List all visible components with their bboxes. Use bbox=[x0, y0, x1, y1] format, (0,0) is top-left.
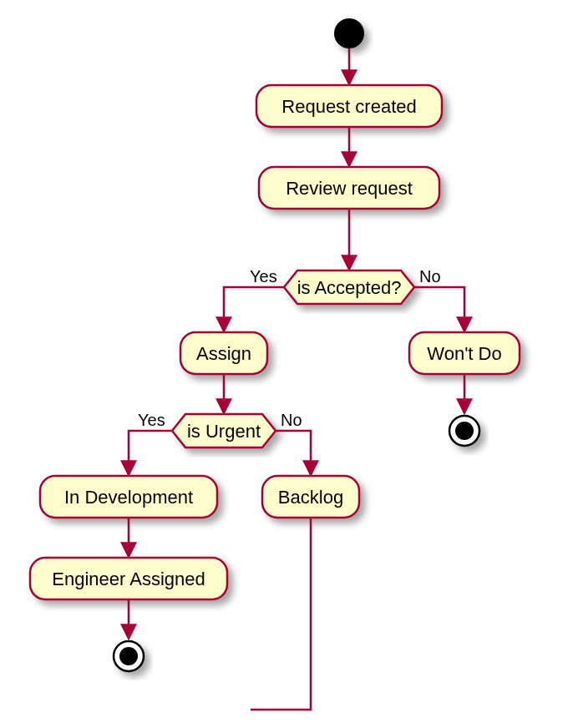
edge bbox=[276, 431, 311, 474]
activity-diagram: Request created Review request is Accept… bbox=[0, 0, 568, 728]
stop-node bbox=[114, 641, 144, 671]
stop-node bbox=[449, 416, 479, 446]
start-node bbox=[334, 18, 364, 48]
node-engineer-assigned: Engineer Assigned bbox=[30, 558, 227, 599]
node-label: Assign bbox=[196, 343, 251, 364]
decision-is-urgent: is Urgent bbox=[172, 414, 276, 447]
svg-point-12 bbox=[119, 647, 138, 665]
edge-label-yes: Yes bbox=[250, 267, 277, 286]
node-review-request: Review request bbox=[259, 167, 439, 209]
node-backlog: Backlog bbox=[262, 476, 359, 518]
node-label: Engineer Assigned bbox=[52, 569, 205, 589]
node-label: In Development bbox=[64, 487, 193, 508]
decision-label: is Urgent bbox=[187, 421, 261, 442]
svg-point-6 bbox=[455, 422, 474, 440]
edge-label-no: No bbox=[419, 267, 441, 286]
edge-label-no: No bbox=[281, 411, 302, 429]
decision-is-accepted: is Accepted? bbox=[284, 270, 414, 304]
edge bbox=[224, 287, 284, 331]
edge bbox=[129, 431, 172, 474]
node-assign: Assign bbox=[180, 332, 267, 374]
node-label: Won't Do bbox=[427, 343, 501, 364]
node-label: Backlog bbox=[278, 487, 343, 508]
edge bbox=[251, 518, 311, 710]
node-in-development: In Development bbox=[40, 476, 217, 518]
node-label: Review request bbox=[286, 178, 413, 199]
node-request-created: Request created bbox=[256, 85, 442, 127]
node-label: Request created bbox=[281, 96, 416, 117]
node-wont-do: Won't Do bbox=[409, 332, 520, 374]
decision-label: is Accepted? bbox=[297, 277, 402, 298]
edge bbox=[414, 287, 464, 331]
edge-label-yes: Yes bbox=[138, 411, 165, 429]
